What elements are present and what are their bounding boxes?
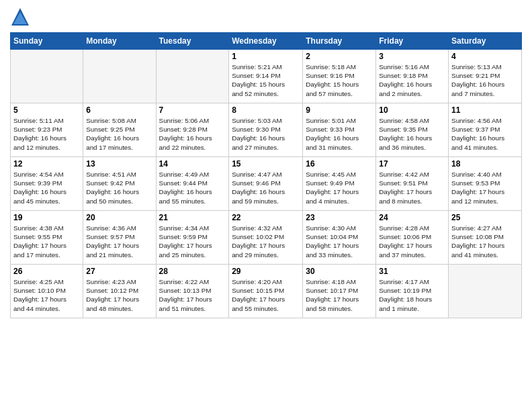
day-cell bbox=[11, 50, 83, 103]
day-cell: 15Sunrise: 4:47 AMSunset: 9:46 PMDayligh… bbox=[229, 157, 303, 211]
day-info: Sunrise: 4:32 AMSunset: 10:02 PMDaylight… bbox=[232, 224, 300, 259]
day-info: Sunrise: 4:38 AMSunset: 9:55 PMDaylight:… bbox=[13, 224, 80, 259]
header bbox=[10, 7, 522, 27]
day-cell: 31Sunrise: 4:17 AMSunset: 10:19 PMDaylig… bbox=[376, 265, 449, 318]
day-number: 11 bbox=[451, 105, 519, 115]
day-cell: 29Sunrise: 4:20 AMSunset: 10:15 PMDaylig… bbox=[229, 265, 303, 318]
day-info: Sunrise: 5:21 AMSunset: 9:14 PMDaylight:… bbox=[232, 62, 300, 98]
day-cell: 19Sunrise: 4:38 AMSunset: 9:55 PMDayligh… bbox=[11, 211, 83, 265]
day-info: Sunrise: 4:22 AMSunset: 10:13 PMDaylight… bbox=[159, 277, 226, 313]
day-cell: 6Sunrise: 5:08 AMSunset: 9:25 PMDaylight… bbox=[83, 103, 156, 157]
day-info: Sunrise: 4:51 AMSunset: 9:42 PMDaylight:… bbox=[86, 170, 152, 205]
day-cell: 2Sunrise: 5:18 AMSunset: 9:16 PMDaylight… bbox=[303, 50, 376, 103]
day-cell: 27Sunrise: 4:23 AMSunset: 10:12 PMDaylig… bbox=[83, 265, 156, 318]
day-number: 25 bbox=[451, 213, 519, 222]
day-info: Sunrise: 4:56 AMSunset: 9:37 PMDaylight:… bbox=[451, 116, 519, 152]
header-cell-tuesday: Tuesday bbox=[156, 33, 229, 50]
day-info: Sunrise: 4:18 AMSunset: 10:17 PMDaylight… bbox=[306, 277, 373, 313]
day-number: 13 bbox=[86, 159, 152, 169]
day-cell: 23Sunrise: 4:30 AMSunset: 10:04 PMDaylig… bbox=[303, 211, 376, 265]
day-number: 17 bbox=[379, 159, 445, 169]
day-info: Sunrise: 4:42 AMSunset: 9:51 PMDaylight:… bbox=[379, 170, 445, 205]
day-info: Sunrise: 4:45 AMSunset: 9:49 PMDaylight:… bbox=[306, 170, 373, 205]
day-info: Sunrise: 4:28 AMSunset: 10:06 PMDaylight… bbox=[379, 224, 445, 259]
logo-icon bbox=[10, 7, 30, 27]
calendar-table: SundayMondayTuesdayWednesdayThursdayFrid… bbox=[10, 32, 522, 318]
day-info: Sunrise: 4:36 AMSunset: 9:57 PMDaylight:… bbox=[86, 224, 152, 259]
day-cell: 28Sunrise: 4:22 AMSunset: 10:13 PMDaylig… bbox=[156, 265, 229, 318]
day-number: 4 bbox=[451, 52, 519, 61]
day-info: Sunrise: 4:27 AMSunset: 10:08 PMDaylight… bbox=[451, 224, 519, 259]
day-info: Sunrise: 4:23 AMSunset: 10:12 PMDaylight… bbox=[86, 277, 152, 313]
day-number: 14 bbox=[159, 159, 226, 169]
day-number: 1 bbox=[232, 52, 300, 61]
day-info: Sunrise: 5:06 AMSunset: 9:28 PMDaylight:… bbox=[159, 116, 226, 152]
day-info: Sunrise: 5:11 AMSunset: 9:23 PMDaylight:… bbox=[13, 116, 80, 152]
day-info: Sunrise: 4:25 AMSunset: 10:10 PMDaylight… bbox=[13, 277, 80, 313]
day-cell: 4Sunrise: 5:13 AMSunset: 9:21 PMDaylight… bbox=[449, 50, 522, 103]
day-number: 5 bbox=[13, 105, 80, 115]
day-cell: 3Sunrise: 5:16 AMSunset: 9:18 PMDaylight… bbox=[376, 50, 449, 103]
header-cell-wednesday: Wednesday bbox=[229, 33, 303, 50]
day-info: Sunrise: 5:18 AMSunset: 9:16 PMDaylight:… bbox=[306, 62, 373, 98]
day-info: Sunrise: 4:47 AMSunset: 9:46 PMDaylight:… bbox=[232, 170, 300, 205]
header-cell-monday: Monday bbox=[83, 33, 156, 50]
day-cell: 12Sunrise: 4:54 AMSunset: 9:39 PMDayligh… bbox=[11, 157, 83, 211]
day-number: 28 bbox=[159, 267, 226, 276]
day-info: Sunrise: 5:03 AMSunset: 9:30 PMDaylight:… bbox=[232, 116, 300, 152]
day-number: 30 bbox=[306, 267, 373, 276]
day-info: Sunrise: 4:34 AMSunset: 9:59 PMDaylight:… bbox=[159, 224, 226, 259]
day-cell bbox=[156, 50, 229, 103]
day-number: 19 bbox=[13, 213, 80, 222]
day-info: Sunrise: 4:20 AMSunset: 10:15 PMDaylight… bbox=[232, 277, 300, 313]
week-row-1: 5Sunrise: 5:11 AMSunset: 9:23 PMDaylight… bbox=[11, 103, 522, 157]
logo bbox=[10, 7, 33, 27]
day-cell: 21Sunrise: 4:34 AMSunset: 9:59 PMDayligh… bbox=[156, 211, 229, 265]
page: SundayMondayTuesdayWednesdayThursdayFrid… bbox=[0, 0, 532, 325]
day-cell: 20Sunrise: 4:36 AMSunset: 9:57 PMDayligh… bbox=[83, 211, 156, 265]
day-cell: 18Sunrise: 4:40 AMSunset: 9:53 PMDayligh… bbox=[449, 157, 522, 211]
day-number: 16 bbox=[306, 159, 373, 169]
day-info: Sunrise: 4:49 AMSunset: 9:44 PMDaylight:… bbox=[159, 170, 226, 205]
day-number: 8 bbox=[232, 105, 300, 115]
day-info: Sunrise: 4:58 AMSunset: 9:35 PMDaylight:… bbox=[379, 116, 445, 152]
week-row-2: 12Sunrise: 4:54 AMSunset: 9:39 PMDayligh… bbox=[11, 157, 522, 211]
day-info: Sunrise: 5:08 AMSunset: 9:25 PMDaylight:… bbox=[86, 116, 152, 152]
day-cell: 7Sunrise: 5:06 AMSunset: 9:28 PMDaylight… bbox=[156, 103, 229, 157]
day-cell: 1Sunrise: 5:21 AMSunset: 9:14 PMDaylight… bbox=[229, 50, 303, 103]
day-number: 26 bbox=[13, 267, 80, 276]
day-cell bbox=[449, 265, 522, 318]
day-cell: 30Sunrise: 4:18 AMSunset: 10:17 PMDaylig… bbox=[303, 265, 376, 318]
day-info: Sunrise: 5:16 AMSunset: 9:18 PMDaylight:… bbox=[379, 62, 445, 98]
day-number: 20 bbox=[86, 213, 152, 222]
day-number: 27 bbox=[86, 267, 152, 276]
day-cell: 10Sunrise: 4:58 AMSunset: 9:35 PMDayligh… bbox=[376, 103, 449, 157]
day-info: Sunrise: 4:17 AMSunset: 10:19 PMDaylight… bbox=[379, 277, 445, 313]
day-number: 6 bbox=[86, 105, 152, 115]
header-cell-saturday: Saturday bbox=[449, 33, 522, 50]
day-number: 3 bbox=[379, 52, 445, 61]
day-cell: 8Sunrise: 5:03 AMSunset: 9:30 PMDaylight… bbox=[229, 103, 303, 157]
day-cell: 17Sunrise: 4:42 AMSunset: 9:51 PMDayligh… bbox=[376, 157, 449, 211]
header-cell-friday: Friday bbox=[376, 33, 449, 50]
header-cell-sunday: Sunday bbox=[11, 33, 83, 50]
day-number: 2 bbox=[306, 52, 373, 61]
day-info: Sunrise: 5:01 AMSunset: 9:33 PMDaylight:… bbox=[306, 116, 373, 152]
day-number: 10 bbox=[379, 105, 445, 115]
day-number: 9 bbox=[306, 105, 373, 115]
day-number: 23 bbox=[306, 213, 373, 222]
day-number: 24 bbox=[379, 213, 445, 222]
day-cell: 25Sunrise: 4:27 AMSunset: 10:08 PMDaylig… bbox=[449, 211, 522, 265]
day-number: 21 bbox=[159, 213, 226, 222]
day-cell: 16Sunrise: 4:45 AMSunset: 9:49 PMDayligh… bbox=[303, 157, 376, 211]
day-number: 31 bbox=[379, 267, 445, 276]
day-cell: 22Sunrise: 4:32 AMSunset: 10:02 PMDaylig… bbox=[229, 211, 303, 265]
day-cell bbox=[83, 50, 156, 103]
day-cell: 14Sunrise: 4:49 AMSunset: 9:44 PMDayligh… bbox=[156, 157, 229, 211]
day-info: Sunrise: 4:54 AMSunset: 9:39 PMDaylight:… bbox=[13, 170, 80, 205]
day-cell: 11Sunrise: 4:56 AMSunset: 9:37 PMDayligh… bbox=[449, 103, 522, 157]
week-row-3: 19Sunrise: 4:38 AMSunset: 9:55 PMDayligh… bbox=[11, 211, 522, 265]
header-row: SundayMondayTuesdayWednesdayThursdayFrid… bbox=[11, 33, 522, 50]
day-cell: 24Sunrise: 4:28 AMSunset: 10:06 PMDaylig… bbox=[376, 211, 449, 265]
day-number: 22 bbox=[232, 213, 300, 222]
